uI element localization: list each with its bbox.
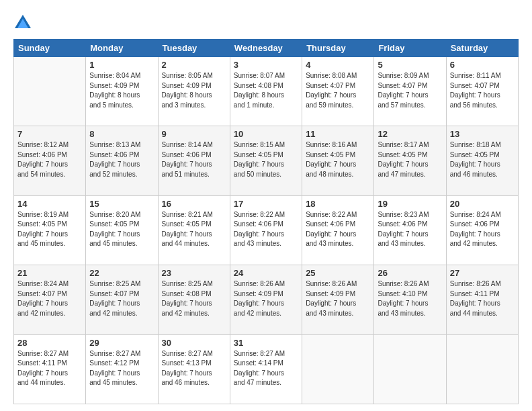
day-number: 2 xyxy=(162,60,226,70)
day-info: Sunrise: 8:19 AMSunset: 4:05 PMDaylight:… xyxy=(17,210,82,249)
calendar-cell: 31Sunrise: 8:27 AMSunset: 4:14 PMDayligh… xyxy=(230,334,302,404)
day-number: 19 xyxy=(378,199,442,209)
day-number: 11 xyxy=(306,129,370,139)
calendar-cell xyxy=(374,334,446,404)
day-info: Sunrise: 8:07 AMSunset: 4:08 PMDaylight:… xyxy=(234,71,298,110)
calendar-cell: 23Sunrise: 8:25 AMSunset: 4:08 PMDayligh… xyxy=(158,265,230,334)
calendar-cell: 26Sunrise: 8:26 AMSunset: 4:10 PMDayligh… xyxy=(374,265,446,334)
calendar-week-row: 7Sunrise: 8:12 AMSunset: 4:06 PMDaylight… xyxy=(14,126,519,195)
calendar-cell: 7Sunrise: 8:12 AMSunset: 4:06 PMDaylight… xyxy=(14,126,86,195)
logo xyxy=(13,13,35,32)
day-info: Sunrise: 8:17 AMSunset: 4:05 PMDaylight:… xyxy=(378,140,442,179)
calendar-cell: 2Sunrise: 8:05 AMSunset: 4:09 PMDaylight… xyxy=(158,57,230,126)
calendar-cell: 19Sunrise: 8:23 AMSunset: 4:06 PMDayligh… xyxy=(374,195,446,265)
day-number: 15 xyxy=(89,199,154,209)
col-header-tuesday: Tuesday xyxy=(158,40,230,57)
day-info: Sunrise: 8:24 AMSunset: 4:06 PMDaylight:… xyxy=(450,210,515,249)
calendar-week-row: 14Sunrise: 8:19 AMSunset: 4:05 PMDayligh… xyxy=(14,195,519,265)
day-info: Sunrise: 8:23 AMSunset: 4:06 PMDaylight:… xyxy=(378,210,442,249)
day-info: Sunrise: 8:27 AMSunset: 4:14 PMDaylight:… xyxy=(234,349,298,388)
calendar-cell xyxy=(302,334,374,404)
day-number: 24 xyxy=(234,268,298,278)
calendar-cell: 29Sunrise: 8:27 AMSunset: 4:12 PMDayligh… xyxy=(86,334,158,404)
calendar-cell: 25Sunrise: 8:26 AMSunset: 4:09 PMDayligh… xyxy=(302,265,374,334)
day-info: Sunrise: 8:21 AMSunset: 4:05 PMDaylight:… xyxy=(162,210,226,249)
day-number: 10 xyxy=(234,129,298,139)
day-info: Sunrise: 8:27 AMSunset: 4:12 PMDaylight:… xyxy=(89,349,154,388)
calendar-cell: 21Sunrise: 8:24 AMSunset: 4:07 PMDayligh… xyxy=(14,265,86,334)
calendar-cell: 5Sunrise: 8:09 AMSunset: 4:07 PMDaylight… xyxy=(374,57,446,126)
day-info: Sunrise: 8:14 AMSunset: 4:06 PMDaylight:… xyxy=(162,140,226,179)
day-number: 12 xyxy=(378,129,442,139)
day-number: 22 xyxy=(89,268,154,278)
day-number: 30 xyxy=(162,338,226,348)
calendar-week-row: 21Sunrise: 8:24 AMSunset: 4:07 PMDayligh… xyxy=(14,265,519,334)
day-number: 23 xyxy=(162,268,226,278)
day-info: Sunrise: 8:18 AMSunset: 4:05 PMDaylight:… xyxy=(450,140,515,179)
day-number: 14 xyxy=(17,199,82,209)
calendar-cell: 1Sunrise: 8:04 AMSunset: 4:09 PMDaylight… xyxy=(86,57,158,126)
day-number: 18 xyxy=(306,199,370,209)
day-number: 28 xyxy=(17,338,82,348)
day-number: 7 xyxy=(17,129,82,139)
calendar-cell: 18Sunrise: 8:22 AMSunset: 4:06 PMDayligh… xyxy=(302,195,374,265)
day-number: 27 xyxy=(450,268,515,278)
calendar-cell: 12Sunrise: 8:17 AMSunset: 4:05 PMDayligh… xyxy=(374,126,446,195)
col-header-thursday: Thursday xyxy=(302,40,374,57)
day-number: 21 xyxy=(17,268,82,278)
calendar-cell: 20Sunrise: 8:24 AMSunset: 4:06 PMDayligh… xyxy=(446,195,518,265)
col-header-friday: Friday xyxy=(374,40,446,57)
calendar-cell: 17Sunrise: 8:22 AMSunset: 4:06 PMDayligh… xyxy=(230,195,302,265)
calendar-cell: 30Sunrise: 8:27 AMSunset: 4:13 PMDayligh… xyxy=(158,334,230,404)
day-info: Sunrise: 8:15 AMSunset: 4:05 PMDaylight:… xyxy=(234,140,298,179)
calendar-cell: 9Sunrise: 8:14 AMSunset: 4:06 PMDaylight… xyxy=(158,126,230,195)
day-number: 8 xyxy=(89,129,154,139)
day-info: Sunrise: 8:22 AMSunset: 4:06 PMDaylight:… xyxy=(306,210,370,249)
day-number: 26 xyxy=(378,268,442,278)
col-header-monday: Monday xyxy=(86,40,158,57)
calendar-cell xyxy=(14,57,86,126)
calendar-cell: 10Sunrise: 8:15 AMSunset: 4:05 PMDayligh… xyxy=(230,126,302,195)
day-number: 31 xyxy=(234,338,298,348)
day-info: Sunrise: 8:16 AMSunset: 4:05 PMDaylight:… xyxy=(306,140,370,179)
calendar-cell: 8Sunrise: 8:13 AMSunset: 4:06 PMDaylight… xyxy=(86,126,158,195)
day-info: Sunrise: 8:27 AMSunset: 4:11 PMDaylight:… xyxy=(17,349,82,388)
day-info: Sunrise: 8:26 AMSunset: 4:10 PMDaylight:… xyxy=(378,279,442,318)
day-number: 6 xyxy=(450,60,515,70)
day-info: Sunrise: 8:26 AMSunset: 4:09 PMDaylight:… xyxy=(306,279,370,318)
day-info: Sunrise: 8:22 AMSunset: 4:06 PMDaylight:… xyxy=(234,210,298,249)
col-header-sunday: Sunday xyxy=(14,40,86,57)
day-info: Sunrise: 8:09 AMSunset: 4:07 PMDaylight:… xyxy=(378,71,442,110)
day-number: 5 xyxy=(378,60,442,70)
day-info: Sunrise: 8:25 AMSunset: 4:07 PMDaylight:… xyxy=(89,279,154,318)
calendar-cell: 24Sunrise: 8:26 AMSunset: 4:09 PMDayligh… xyxy=(230,265,302,334)
day-number: 17 xyxy=(234,199,298,209)
calendar-header-row: SundayMondayTuesdayWednesdayThursdayFrid… xyxy=(14,40,519,57)
day-number: 13 xyxy=(450,129,515,139)
day-info: Sunrise: 8:13 AMSunset: 4:06 PMDaylight:… xyxy=(89,140,154,179)
col-header-wednesday: Wednesday xyxy=(230,40,302,57)
day-info: Sunrise: 8:08 AMSunset: 4:07 PMDaylight:… xyxy=(306,71,370,110)
calendar-cell: 27Sunrise: 8:26 AMSunset: 4:11 PMDayligh… xyxy=(446,265,518,334)
day-info: Sunrise: 8:26 AMSunset: 4:09 PMDaylight:… xyxy=(234,279,298,318)
day-info: Sunrise: 8:25 AMSunset: 4:08 PMDaylight:… xyxy=(162,279,226,318)
logo-icon xyxy=(13,13,32,32)
day-number: 1 xyxy=(89,60,154,70)
calendar-cell: 16Sunrise: 8:21 AMSunset: 4:05 PMDayligh… xyxy=(158,195,230,265)
day-number: 16 xyxy=(162,199,226,209)
day-info: Sunrise: 8:05 AMSunset: 4:09 PMDaylight:… xyxy=(162,71,226,110)
calendar-cell: 28Sunrise: 8:27 AMSunset: 4:11 PMDayligh… xyxy=(14,334,86,404)
calendar-cell xyxy=(446,334,518,404)
calendar-cell: 15Sunrise: 8:20 AMSunset: 4:05 PMDayligh… xyxy=(86,195,158,265)
day-info: Sunrise: 8:20 AMSunset: 4:05 PMDaylight:… xyxy=(89,210,154,249)
calendar-cell: 11Sunrise: 8:16 AMSunset: 4:05 PMDayligh… xyxy=(302,126,374,195)
day-number: 29 xyxy=(89,338,154,348)
day-number: 20 xyxy=(450,199,515,209)
day-info: Sunrise: 8:11 AMSunset: 4:07 PMDaylight:… xyxy=(450,71,515,110)
calendar-cell: 14Sunrise: 8:19 AMSunset: 4:05 PMDayligh… xyxy=(14,195,86,265)
day-number: 9 xyxy=(162,129,226,139)
day-info: Sunrise: 8:27 AMSunset: 4:13 PMDaylight:… xyxy=(162,349,226,388)
day-number: 4 xyxy=(306,60,370,70)
col-header-saturday: Saturday xyxy=(446,40,518,57)
header xyxy=(13,13,519,32)
